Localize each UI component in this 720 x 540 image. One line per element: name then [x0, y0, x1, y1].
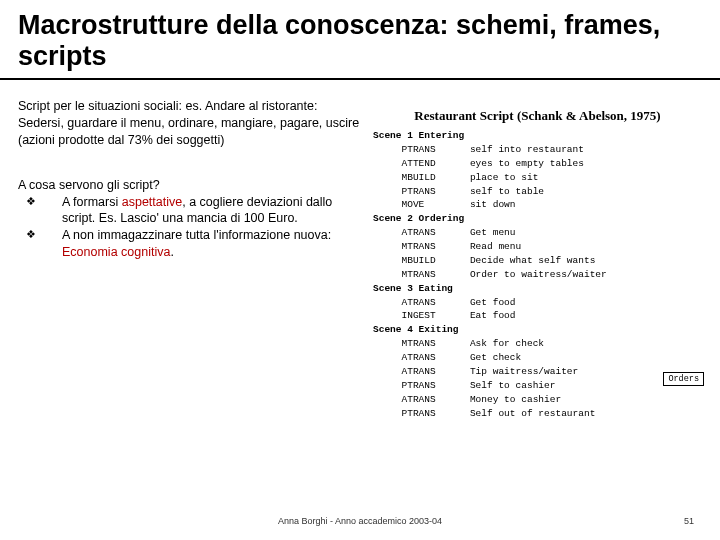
footer-author: Anna Borghi - Anno accademico 2003-04 [0, 516, 720, 526]
slide-title: Macrostrutture della conoscenza: schemi,… [0, 0, 720, 80]
scene-2-line: MTRANS Read menu [373, 241, 702, 253]
orders-box: Orders [663, 372, 704, 386]
bullet-diamond-icon: ❖ [26, 194, 62, 209]
paragraph-purpose: A cosa servono gli script? ❖ A formarsi … [18, 177, 363, 261]
bullet-diamond-icon: ❖ [26, 227, 62, 242]
scene-1-title: Scene 1 Entering [373, 130, 702, 142]
scene-3-title: Scene 3 Eating [373, 283, 702, 295]
scene-4-line: PTRANS Self out of restaurant [373, 408, 702, 420]
right-column: Restaurant Script (Schank & Abelson, 197… [363, 98, 702, 421]
scene-4-line: ATRANS Get check [373, 352, 702, 364]
footer: Anna Borghi - Anno accademico 2003-04 51 [0, 516, 720, 526]
b2-pre: A non immagazzinare tutta l'informazione… [62, 228, 331, 242]
scene-2-line: MTRANS Order to waitress/waiter [373, 269, 702, 281]
scene-4-line: ATRANS Tip waitress/waiter [373, 366, 702, 378]
scene-1-line: PTRANS self to table [373, 186, 702, 198]
scene-2-line: ATRANS Get menu [373, 227, 702, 239]
scene-3-line: ATRANS Get food [373, 297, 702, 309]
bullet-2-text: A non immagazzinare tutta l'informazione… [62, 227, 363, 261]
page-number: 51 [684, 516, 694, 526]
restaurant-script-title: Restaurant Script (Schank & Abelson, 197… [373, 108, 702, 124]
scene-2-line: MBUILD Decide what self wants [373, 255, 702, 267]
scene-1-line: PTRANS self into restaurant [373, 144, 702, 156]
bullet-1: ❖ A formarsi aspettative, a cogliere dev… [18, 194, 363, 228]
p1-line1: Script per le situazioni sociali: es. An… [18, 98, 363, 115]
p1-line2: Sedersi, guardare il menu, ordinare, man… [18, 115, 363, 149]
question: A cosa servono gli script? [18, 177, 363, 194]
scene-2-title: Scene 2 Ordering [373, 213, 702, 225]
scene-1-line: MOVE sit down [373, 199, 702, 211]
content-area: Script per le situazioni sociali: es. An… [0, 98, 720, 421]
left-column: Script per le situazioni sociali: es. An… [18, 98, 363, 421]
scene-3-line: INGEST Eat food [373, 310, 702, 322]
b2-post: . [170, 245, 173, 259]
b2-highlight: Economia cognitiva [62, 245, 170, 259]
scene-1-line: MBUILD place to sit [373, 172, 702, 184]
b1-pre: A formarsi [62, 195, 122, 209]
scene-4-line: MTRANS Ask for check [373, 338, 702, 350]
paragraph-script-def: Script per le situazioni sociali: es. An… [18, 98, 363, 149]
b1-highlight: aspettative [122, 195, 182, 209]
bullet-2: ❖ A non immagazzinare tutta l'informazio… [18, 227, 363, 261]
scene-4-line: ATRANS Money to cashier [373, 394, 702, 406]
scene-4-title: Scene 4 Exiting [373, 324, 702, 336]
bullet-1-text: A formarsi aspettative, a cogliere devia… [62, 194, 363, 228]
scene-4-line: PTRANS Self to cashier [373, 380, 702, 392]
scene-1-line: ATTEND eyes to empty tables [373, 158, 702, 170]
